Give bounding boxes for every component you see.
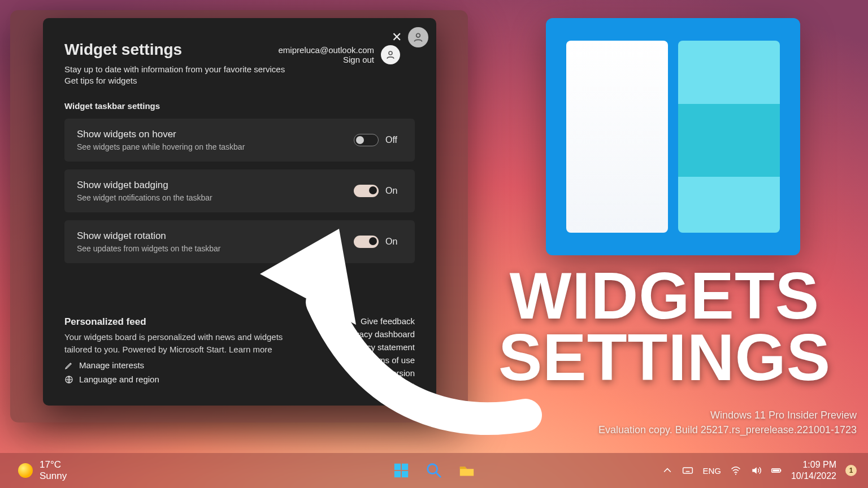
keyboard-icon bbox=[682, 465, 693, 476]
feed-body: Your widgets board is personalized with … bbox=[64, 331, 302, 356]
person-icon bbox=[385, 50, 396, 60]
svg-rect-6 bbox=[394, 471, 401, 477]
manage-interests-link[interactable]: Manage interests bbox=[64, 360, 302, 370]
sun-icon bbox=[18, 463, 33, 478]
account-email: emipreluca@outlook.com bbox=[279, 45, 374, 55]
wifi-icon bbox=[730, 465, 741, 476]
build-watermark: Windows 11 Pro Insider Preview Evaluatio… bbox=[598, 408, 857, 437]
dialog-footer: Personalized feed Your widgets board is … bbox=[64, 316, 415, 391]
widget-settings-dialog: ✕ emipreluca@outlook.com Sign out Widget… bbox=[43, 18, 436, 406]
taskbar-clock[interactable]: 1:09 PM 10/14/2022 bbox=[791, 459, 836, 482]
battery-icon bbox=[771, 465, 782, 476]
svg-rect-7 bbox=[402, 471, 408, 477]
toggle-state: On bbox=[385, 186, 402, 196]
setting-desc: See updates from widgets on the taskbar bbox=[77, 244, 220, 253]
feed-heading: Personalized feed bbox=[64, 316, 302, 328]
account-block: emipreluca@outlook.com Sign out bbox=[279, 45, 400, 64]
setting-desc: See widgets pane while hovering on the t… bbox=[77, 142, 245, 151]
clock-time: 1:09 PM bbox=[791, 459, 836, 470]
search-icon bbox=[426, 462, 442, 479]
tray-chevron[interactable] bbox=[662, 465, 673, 476]
search-button[interactable] bbox=[424, 461, 444, 480]
toggle-badging[interactable] bbox=[354, 185, 379, 197]
setting-title: Show widgets on hover bbox=[77, 129, 245, 140]
start-button[interactable] bbox=[392, 461, 411, 480]
language-region-link[interactable]: Language and region bbox=[64, 374, 302, 384]
close-button[interactable]: ✕ bbox=[389, 29, 405, 45]
volume-button[interactable] bbox=[750, 465, 762, 476]
chevron-up-icon bbox=[662, 465, 673, 476]
privacy-stmt-link[interactable]: Privacy statement bbox=[345, 342, 415, 352]
setting-title: Show widget badging bbox=[77, 180, 212, 191]
promo-title: WIDGETS SETTINGS bbox=[461, 265, 868, 389]
taskbar: 17°C Sunny bbox=[0, 453, 868, 488]
setting-badging: Show widget badging See widget notificat… bbox=[64, 169, 415, 212]
setting-desc: See widget notifications on the taskbar bbox=[77, 193, 212, 202]
svg-rect-4 bbox=[394, 464, 401, 470]
weather-temp: 17°C bbox=[40, 459, 67, 470]
language-indicator[interactable]: ENG bbox=[702, 466, 721, 476]
toggle-state: On bbox=[385, 237, 402, 247]
dialog-subtitle: Stay up to date with information from yo… bbox=[64, 63, 415, 76]
folder-icon bbox=[458, 462, 475, 479]
profile-button[interactable] bbox=[408, 27, 428, 47]
touch-keyboard-button[interactable] bbox=[682, 465, 693, 476]
wifi-button[interactable] bbox=[730, 465, 741, 476]
svg-rect-14 bbox=[772, 469, 779, 471]
svg-rect-10 bbox=[683, 468, 693, 473]
svg-rect-13 bbox=[780, 469, 782, 471]
toggle-state: Off bbox=[385, 135, 402, 145]
feedback-link[interactable]: Give feedback bbox=[345, 316, 415, 326]
taskbar-weather[interactable]: 17°C Sunny bbox=[11, 456, 73, 485]
privacy-dash-link[interactable]: Privacy dashboard bbox=[345, 329, 415, 339]
globe-icon bbox=[64, 375, 73, 384]
close-icon: ✕ bbox=[392, 30, 402, 45]
svg-point-1 bbox=[389, 51, 392, 55]
setting-hover: Show widgets on hover See widgets pane w… bbox=[64, 119, 415, 162]
signout-link[interactable]: Sign out bbox=[343, 55, 374, 64]
setting-rotation: Show widget rotation See updates from wi… bbox=[64, 220, 415, 263]
svg-point-11 bbox=[735, 474, 736, 475]
version-value: 521.* bbox=[345, 381, 415, 391]
explorer-button[interactable] bbox=[457, 461, 476, 480]
widgets-app-icon bbox=[546, 18, 800, 255]
version-label: Version bbox=[345, 368, 415, 378]
toggle-rotation[interactable] bbox=[354, 236, 379, 248]
account-avatar[interactable] bbox=[381, 45, 400, 64]
terms-link[interactable]: Terms of use bbox=[345, 355, 415, 365]
tips-link[interactable]: Get tips for widgets bbox=[64, 76, 415, 85]
person-icon bbox=[413, 32, 424, 43]
battery-button[interactable] bbox=[771, 465, 782, 476]
svg-rect-5 bbox=[402, 464, 408, 470]
clock-date: 10/14/2022 bbox=[791, 470, 836, 482]
weather-cond: Sunny bbox=[40, 470, 67, 482]
windows-icon bbox=[393, 462, 410, 479]
svg-line-9 bbox=[436, 473, 441, 477]
section-label: Widget taskbar settings bbox=[64, 101, 415, 111]
setting-title: Show widget rotation bbox=[77, 230, 220, 242]
notification-badge[interactable]: 1 bbox=[845, 465, 857, 476]
svg-point-0 bbox=[416, 33, 420, 37]
toggle-hover[interactable] bbox=[354, 134, 379, 146]
speaker-icon bbox=[750, 465, 762, 476]
pencil-icon bbox=[64, 361, 73, 370]
